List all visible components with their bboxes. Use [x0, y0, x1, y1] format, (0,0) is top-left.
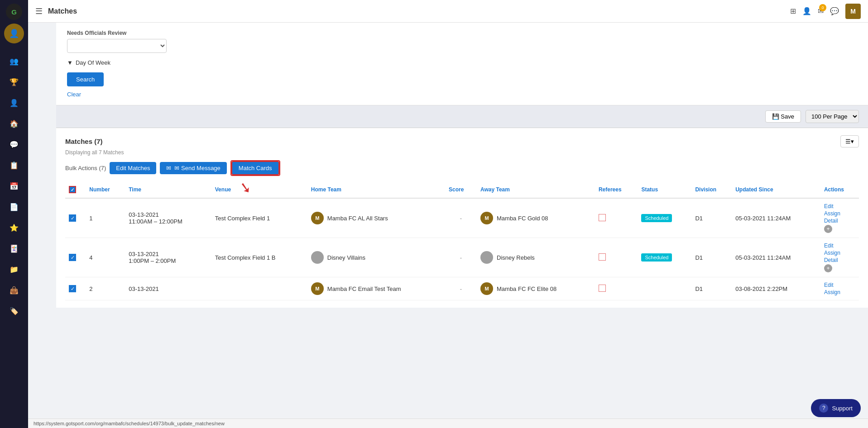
row2-plus-button[interactable]: + — [824, 264, 832, 272]
row1-home-name: Mamba FC AL All Stars — [327, 215, 388, 222]
row2-score: - — [445, 238, 477, 277]
table-row: ✓ 4 03-13-20211:00PM – 2:00PM Test Compl… — [65, 238, 859, 277]
save-button[interactable]: 💾 Save — [765, 110, 801, 123]
row2-detail-link[interactable]: Detail — [824, 257, 855, 263]
row2-home-logo: 🛡 — [311, 251, 324, 264]
row3-away-name: Mamba FC FC Elite 08 — [497, 285, 556, 292]
send-message-button[interactable]: ✉ ✉ Send Message — [160, 162, 226, 174]
grid-icon[interactable]: ⊞ — [790, 7, 796, 15]
user-icon[interactable]: 👤 — [802, 7, 811, 15]
row2-referees — [595, 238, 638, 277]
row3-score: - — [445, 277, 477, 300]
menu-icon[interactable]: ☰ — [35, 6, 43, 16]
topbar-actions: ⊞ 👤 ✉ 0 💬 M — [790, 4, 861, 19]
row3-venue — [211, 277, 307, 300]
sidebar-icon-calendar[interactable]: 📅 — [5, 177, 23, 195]
row3-checkbox[interactable]: ✓ — [69, 285, 76, 292]
row2-actions: Edit Assign Detail + — [820, 238, 859, 277]
per-page-select[interactable]: 25 Per Page 50 Per Page 100 Per Page 200… — [806, 110, 859, 123]
sidebar-icon-file[interactable]: 📁 — [5, 261, 23, 278]
row1-plus-button[interactable]: + — [824, 225, 832, 233]
row3-referee-checkbox[interactable] — [599, 285, 606, 292]
status-url: https://system.gotsport.com/org/mambafc/… — [34, 421, 225, 426]
edit-matches-button[interactable]: Edit Matches — [110, 162, 156, 174]
clear-link[interactable]: Clear — [67, 91, 81, 98]
col-status[interactable]: Status — [638, 181, 691, 198]
row1-edit-link[interactable]: Edit — [824, 203, 855, 209]
sidebar-icon-people[interactable]: 👥 — [5, 52, 23, 70]
sidebar-icon-chat[interactable]: 💬 — [5, 136, 23, 153]
row2-referee-checkbox[interactable] — [599, 253, 606, 261]
row2-updated: 05-03-2021 11:24AM — [732, 238, 820, 277]
row1-detail-link[interactable]: Detail — [824, 218, 855, 224]
row2-number: 4 — [86, 238, 125, 277]
select-all-checkbox[interactable]: ✓ — [69, 186, 76, 193]
support-icon: ? — [819, 404, 828, 413]
col-away-team[interactable]: Away Team — [477, 181, 595, 198]
sidebar-icon-home[interactable]: 🏠 — [5, 115, 23, 132]
row1-division: D1 — [691, 198, 732, 238]
results-area: 💾 Save 25 Per Page 50 Per Page 100 Per P… — [56, 105, 868, 317]
needs-officials-select[interactable]: Yes No — [67, 39, 167, 53]
row1-status-badge: Scheduled — [641, 214, 672, 222]
sidebar-icon-card[interactable]: 🃏 — [5, 240, 23, 257]
row2-checkbox-cell: ✓ — [65, 238, 86, 277]
row2-assign-link[interactable]: Assign — [824, 250, 855, 256]
row1-referee-checkbox[interactable] — [599, 214, 606, 221]
col-updated[interactable]: Updated Since — [732, 181, 820, 198]
col-number[interactable]: Number — [86, 181, 125, 198]
col-time[interactable]: Time — [125, 181, 211, 198]
row2-home-name: Disney Villains — [327, 254, 365, 261]
row1-score: - — [445, 198, 477, 238]
topbar: ☰ Matches ⊞ 👤 ✉ 0 💬 M — [28, 0, 868, 23]
row3-away-team: M Mamba FC FC Elite 08 — [477, 277, 595, 300]
chat-icon[interactable]: 💬 — [830, 7, 839, 15]
col-venue[interactable]: Venue — [211, 181, 307, 198]
match-cards-button[interactable]: Match Cards — [231, 161, 279, 175]
match-cards-highlight: Match Cards — [230, 160, 280, 176]
col-score: Score — [445, 181, 477, 198]
columns-button[interactable]: ☰▾ — [840, 135, 859, 147]
sidebar-icon-trophy[interactable]: 🏆 — [5, 73, 23, 90]
mail-icon[interactable]: ✉ 0 — [818, 7, 824, 15]
filter-triangle-icon: ▼ — [67, 59, 73, 66]
shield-icon: 🛡 — [314, 254, 321, 261]
table-row: ✓ 2 03-13-2021 M Mamba FC Email Test Tea… — [65, 277, 859, 300]
row2-away-name: Disney Rebels — [497, 254, 535, 261]
row3-time: 03-13-2021 — [125, 277, 211, 300]
table-header: Matches (7) ☰▾ — [65, 135, 859, 147]
row1-assign-link[interactable]: Assign — [824, 210, 855, 217]
row2-venue: Test Complex Field 1 B — [211, 238, 307, 277]
row2-edit-link[interactable]: Edit — [824, 243, 855, 249]
sidebar-icon-bag[interactable]: 👜 — [5, 281, 23, 299]
sidebar-icon-star[interactable]: ⭐ — [5, 219, 23, 236]
sidebar-icon-list[interactable]: 📋 — [5, 157, 23, 174]
save-bar: 💾 Save 25 Per Page 50 Per Page 100 Per P… — [56, 105, 868, 128]
row3-number: 2 — [86, 277, 125, 300]
app-logo[interactable]: G — [6, 4, 22, 20]
row2-time: 03-13-20211:00PM – 2:00PM — [125, 238, 211, 277]
topbar-avatar[interactable]: M — [845, 4, 861, 19]
shield-icon-2: 🛡 — [484, 254, 490, 261]
row3-assign-link[interactable]: Assign — [824, 289, 855, 295]
sidebar-icon-document[interactable]: 📄 — [5, 198, 23, 215]
col-division[interactable]: Division — [691, 181, 732, 198]
row3-referees — [595, 277, 638, 300]
row2-checkbox[interactable]: ✓ — [69, 254, 76, 261]
col-actions: Actions — [820, 181, 859, 198]
sidebar-icon-group[interactable]: 👤 — [5, 94, 23, 111]
support-button[interactable]: ? Support — [811, 399, 861, 417]
sidebar-avatar[interactable]: 👤 — [4, 24, 24, 43]
row3-edit-link[interactable]: Edit — [824, 282, 855, 288]
search-button[interactable]: Search — [67, 72, 104, 86]
col-home-team[interactable]: Home Team — [307, 181, 445, 198]
sidebar-icon-tag[interactable]: 🏷️ — [5, 302, 23, 319]
col-referees[interactable]: Referees — [595, 181, 638, 198]
row3-away-logo: M — [480, 282, 493, 295]
row1-referees — [595, 198, 638, 238]
row1-checkbox[interactable]: ✓ — [69, 214, 76, 222]
row2-away-logo: 🛡 — [480, 251, 493, 264]
day-of-week-label: Day Of Week — [76, 59, 110, 66]
table-title: Matches (7) — [65, 138, 103, 145]
row1-away-logo: M — [480, 212, 493, 224]
